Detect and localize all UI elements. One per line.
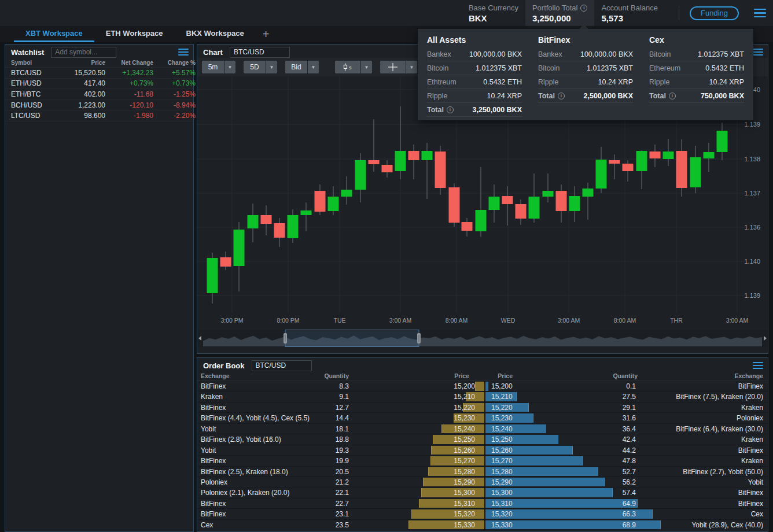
watchlist-row[interactable]: ETH/BTC402.00-11.68-1.25% — [5, 89, 193, 100]
orderbook-row[interactable]: Poloniex21.215,29015,29056.2Yobit — [197, 477, 768, 487]
col-price-right: Price — [491, 372, 513, 379]
wl-net-change: +1,342.23 — [105, 69, 153, 77]
bid-exchange: Poloniex — [201, 478, 227, 486]
orderbook-row[interactable]: Poloniex (2.1), Kraken (20.0)22.115,3001… — [197, 487, 768, 498]
candle-body — [717, 131, 728, 152]
orderbook-row[interactable]: Yobit19.315,26015,26044.2BitFinex — [197, 445, 768, 456]
wl-change-pct: -1.25% — [153, 90, 196, 98]
orderbook-row[interactable]: Yobit18.115,24015,24036.4BitFinex (6.4),… — [197, 424, 768, 434]
orderbook-row[interactable]: BitFinex19.915,27015,27047.8Kraken — [197, 456, 768, 466]
main-menu-icon[interactable] — [754, 9, 766, 18]
info-icon[interactable]: i — [669, 93, 676, 99]
asset-value: 10.24 XRP — [709, 78, 744, 86]
watchlist-row[interactable]: BTC/USD15,520.50+1,342.23+5.57% — [5, 68, 193, 79]
top-bar: Base Currency BKX Portfolio Totali 3,250… — [0, 0, 773, 26]
candle-body — [609, 160, 620, 164]
crosshair-arrow[interactable]: ▼ — [406, 61, 417, 73]
crosshair-button[interactable] — [380, 61, 406, 73]
orderbook-panel: Order Book Exchange Quantity Price Price… — [197, 357, 768, 532]
bid-price: 15,310 — [388, 500, 475, 508]
ask-exchange: BitFinex (2.7), Yobit (50.0) — [683, 468, 763, 476]
tab-workspace-1[interactable]: ETH Workspace — [94, 26, 175, 42]
candle-body — [449, 187, 460, 223]
add-symbol-input[interactable] — [51, 47, 116, 58]
portfolio-total-label: Portfolio Total — [532, 3, 578, 12]
bid-exchange: BitFinex — [201, 382, 226, 390]
candle-body — [395, 151, 406, 171]
orderbook-row[interactable]: BitFinex (2.5), Kraken (18.0)20.515,2801… — [197, 467, 768, 477]
bid-quantity: 22.7 — [284, 500, 349, 508]
orderbook-row[interactable]: BitFinex8.315,20015,2000.1BitFinex — [197, 381, 768, 391]
range-dropdown-arrow[interactable]: ▼ — [266, 61, 277, 73]
add-workspace-button[interactable]: + — [256, 26, 277, 42]
candlestick-icon: s — [343, 63, 353, 71]
bid-quantity: 19.3 — [284, 446, 349, 455]
orderbook-symbol-input[interactable] — [252, 360, 312, 371]
candlestick-style-arrow[interactable]: ▼ — [361, 61, 372, 73]
time-axis-label: TUE — [334, 317, 346, 324]
info-icon[interactable]: i — [558, 93, 565, 99]
bid-quantity: 23.1 — [284, 510, 349, 518]
orderbook-header: Order Book — [197, 358, 768, 371]
info-icon[interactable]: i — [447, 106, 454, 113]
watchlist-header: Watchlist — [5, 45, 193, 58]
asset-value: 100,000.00 BKX — [580, 50, 633, 58]
candle-body — [676, 151, 687, 188]
watchlist-row[interactable]: ETH/USD417.40+0.73%+0.73% — [5, 79, 193, 90]
range-select[interactable]: 5D — [244, 61, 266, 73]
bid-price: 15,220 — [388, 404, 475, 412]
wl-change-pct: +5.57% — [153, 69, 196, 77]
asset-label: Bitcoin — [649, 50, 671, 58]
price-axis-label: 1.136 — [744, 224, 760, 231]
assets-popover: All AssetsBankex100,000.00 BKXBitcoin1.0… — [418, 29, 753, 120]
info-icon[interactable]: i — [580, 5, 587, 12]
bid-exchange: BitFinex — [201, 404, 226, 412]
col-symbol: Symbol — [11, 60, 51, 66]
col-exchange-left: Exchange — [201, 372, 230, 379]
bid-exchange: BitFinex (2.5), Kraken (18.0) — [201, 468, 288, 476]
wl-change-pct: +0.73% — [153, 79, 196, 87]
watchlist-menu-icon[interactable] — [178, 49, 189, 56]
ask-quantity: 68.9 — [568, 521, 636, 529]
wl-net-change: -11.68 — [105, 90, 153, 98]
orderbook-menu-icon[interactable] — [753, 362, 763, 369]
orderbook-row[interactable]: Kraken9.115,21015,21027.5BitFinex (7.5),… — [197, 391, 768, 402]
wl-price: 98.600 — [51, 112, 105, 120]
orderbook-row[interactable]: Cex23.515,33015,33068.9Yobit (28.9), Cex… — [197, 520, 768, 530]
candlestick-style-button[interactable]: s — [335, 61, 360, 73]
ask-quantity: 42.4 — [568, 435, 636, 444]
orderbook-row[interactable]: BitFinex (2.8), Yobit (16.0)18.815,25015… — [197, 434, 768, 445]
wl-change-pct: -8.94% — [153, 101, 196, 109]
base-currency-cell[interactable]: Base Currency BKX — [462, 0, 525, 26]
orderbook-row[interactable]: BitFinex22.715,31015,31064.9BitFinex — [197, 498, 768, 509]
bid-quantity: 14.4 — [284, 414, 349, 422]
funding-button[interactable]: Funding — [690, 6, 739, 20]
orderbook-row[interactable]: BitFinex (4.4), Yobit (4.5), Cex (5.5)14… — [197, 413, 768, 423]
chart-navigator[interactable] — [197, 330, 768, 347]
side-dropdown-arrow[interactable]: ▼ — [308, 61, 319, 73]
tab-workspace-2[interactable]: BKX Workspace — [175, 26, 256, 42]
bid-price: 15,270 — [388, 457, 475, 465]
asset-row: Ripple10.24 XRP — [649, 75, 744, 89]
watchlist-row[interactable]: LTC/USD98.600-1.980-2.20% — [5, 110, 193, 121]
account-balance-cell[interactable]: Account Balance 5,573 — [594, 0, 665, 26]
orderbook-row[interactable]: BitFinex23.115,32015,32066.3Cex — [197, 509, 768, 519]
interval-select[interactable]: 5m — [202, 61, 224, 73]
orderbook-row[interactable]: BitFinex12.715,22015,22029.1Kraken — [197, 402, 768, 413]
portfolio-total-cell[interactable]: Portfolio Totali 3,250,000 — [525, 0, 595, 26]
ask-price: 15,310 — [491, 500, 513, 508]
tab-workspace-0[interactable]: XBT Workspace — [14, 26, 94, 42]
bid-exchange: BitFinex (2.8), Yobit (16.0) — [201, 435, 281, 444]
wl-price: 1,223.00 — [51, 101, 105, 109]
chart-symbol-input[interactable] — [230, 47, 290, 58]
side-select[interactable]: Bid — [285, 61, 307, 73]
asset-value: 1.012375 XBT — [698, 50, 744, 58]
interval-dropdown-arrow[interactable]: ▼ — [224, 61, 235, 73]
total-value: 2,500,000 BKX — [584, 92, 633, 100]
wl-price: 15,520.50 — [51, 69, 105, 77]
time-axis-label: 3:00 PM — [220, 317, 243, 324]
ask-price: 15,290 — [491, 478, 513, 486]
chart-menu-icon[interactable] — [753, 49, 763, 56]
watchlist-row[interactable]: BCH/USD1,223.00-120.10-8.94% — [5, 100, 193, 111]
price-axis-label: 1.139 — [744, 121, 760, 128]
